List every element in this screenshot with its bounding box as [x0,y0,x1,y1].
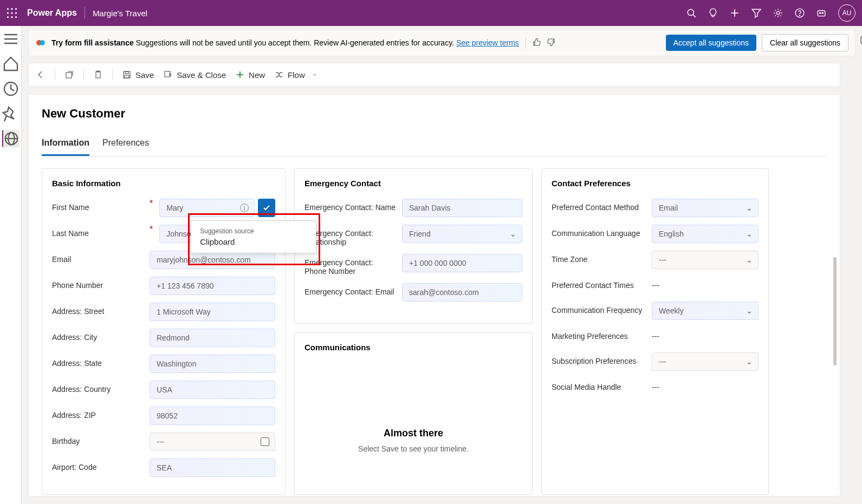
clipboard-icon[interactable] [94,70,102,79]
last-name-label: Last Name [52,229,89,238]
clear-all-button[interactable]: Clear all suggestions [762,34,848,51]
back-button[interactable] [36,70,45,79]
lightbulb-icon[interactable] [708,8,718,18]
flow-button[interactable]: Flow [275,70,318,80]
svg-point-28 [40,40,45,45]
ec-phone-input[interactable]: +1 000 000 0000 [402,254,522,272]
svg-line-10 [693,15,696,17]
street-input[interactable]: 1 Microsoft Way [150,303,275,321]
svg-rect-36 [125,75,129,78]
street-label: Address: Street [52,307,105,316]
thumbs-down-icon[interactable] [547,38,555,48]
freq-label: Communication Frequency [552,306,642,315]
chevron-down-icon: ⌄ [746,256,753,264]
svg-point-4 [11,12,12,14]
first-name-label: First Name [52,203,89,212]
environment-name[interactable]: Margie's Travel [93,9,147,18]
left-nav-rail [0,26,22,504]
email-input[interactable]: maryjohnson@contoso.com [150,251,275,269]
tz-label: Time Zone [552,255,587,264]
suggestion-source-value: Clipboard [200,237,307,246]
ec-email-input[interactable]: sarah@contoso.com [402,283,522,302]
accept-suggestion-button[interactable] [258,199,275,217]
country-input[interactable]: USA [150,381,275,399]
section-title: Emergency Contact [304,179,522,188]
first-name-input[interactable]: Mary i [159,199,255,217]
marketing-label: Marketing Preferences [552,332,628,341]
app-launcher-icon[interactable] [7,8,17,18]
lang-select[interactable]: English⌄ [652,225,759,243]
plus-icon[interactable] [730,8,740,18]
birthday-label: Birthday [52,437,80,446]
zip-input[interactable]: 98052 [150,407,275,425]
phone-input[interactable]: +1 123 456 7890 [150,277,275,295]
home-icon[interactable] [2,55,20,73]
ec-name-label: Emergency Contact: Name [304,203,396,212]
calendar-icon[interactable] [261,437,269,446]
svg-rect-32 [96,71,100,78]
app-title: Power Apps [27,8,77,18]
search-icon[interactable] [686,8,696,18]
lang-label: Communication Language [552,229,640,238]
tab-preferences[interactable]: Preferences [102,138,149,156]
recent-icon[interactable] [2,80,20,97]
svg-point-2 [15,8,17,10]
sub-label: Subscription Preferences [552,357,636,365]
global-header: Power Apps Margie's Travel AU [0,0,862,26]
sub-select[interactable]: ---⌄ [652,352,759,371]
help-icon[interactable] [795,8,805,18]
copilot-icon [35,37,46,48]
scrollbar[interactable] [833,257,837,365]
save-close-button[interactable]: Save & Close [164,70,226,80]
chevron-down-icon: ⌄ [746,306,753,315]
svg-point-7 [11,16,12,18]
social-value[interactable]: --- [652,378,759,396]
ec-name-input[interactable]: Sarah Davis [402,199,522,217]
emergency-contact-section: Emergency Contact Emergency Contact: Nam… [294,168,533,324]
method-select[interactable]: Email⌄ [652,199,759,217]
filter-icon[interactable] [751,8,761,18]
tz-select[interactable]: ---⌄ [652,251,759,269]
svg-point-6 [7,16,9,18]
page-title: New Customer [42,107,827,121]
pin-icon[interactable] [2,105,20,122]
globe-icon[interactable] [2,130,20,147]
banner-text: Suggestions will not be saved until you … [136,38,454,47]
times-value[interactable]: --- [652,277,759,294]
chevron-down-icon: ⌄ [746,230,753,238]
state-input[interactable]: Washington [150,355,275,373]
city-input[interactable]: Redmond [150,329,275,347]
marketing-value[interactable]: --- [652,328,759,345]
open-new-window-icon[interactable] [65,70,74,79]
timeline-empty-subtext: Select Save to see your timeline. [304,444,522,453]
social-label: Social Media Handle [552,383,621,391]
communications-section: Communications Almost there Select Save … [294,332,533,495]
svg-point-18 [820,12,821,14]
tab-information[interactable]: Information [42,138,89,156]
svg-point-8 [15,16,17,18]
required-marker: * [150,199,153,208]
freq-select[interactable]: Weekly⌄ [652,302,759,320]
header-actions: AU [686,4,855,22]
gear-icon[interactable] [773,8,783,18]
times-label: Preferred Contact Times [552,281,634,290]
airport-input[interactable]: SEA [150,459,275,477]
form-fill-banner: Try form fill assistance Suggestions wil… [28,29,855,56]
thumbs-up-icon[interactable] [533,38,541,48]
airport-label: Airport: Code [52,463,96,472]
save-button[interactable]: Save [122,70,154,80]
accept-all-button[interactable]: Accept all suggestions [666,35,756,51]
assistant-icon[interactable] [816,8,826,18]
method-label: Preferred Contact Method [552,203,639,212]
section-title: Communications [304,343,522,352]
user-avatar[interactable]: AU [838,4,855,22]
country-label: Address: Country [52,385,111,394]
svg-point-9 [688,9,694,15]
hamburger-icon[interactable] [2,30,20,48]
info-icon[interactable]: i [240,204,249,212]
birthday-input[interactable]: --- [150,433,275,451]
preview-terms-link[interactable]: See preview terms [456,38,519,47]
new-button[interactable]: New [236,70,265,80]
ec-rel-select[interactable]: Friend⌄ [402,225,522,243]
form-page: New Customer Information Preferences Bas… [28,94,840,496]
